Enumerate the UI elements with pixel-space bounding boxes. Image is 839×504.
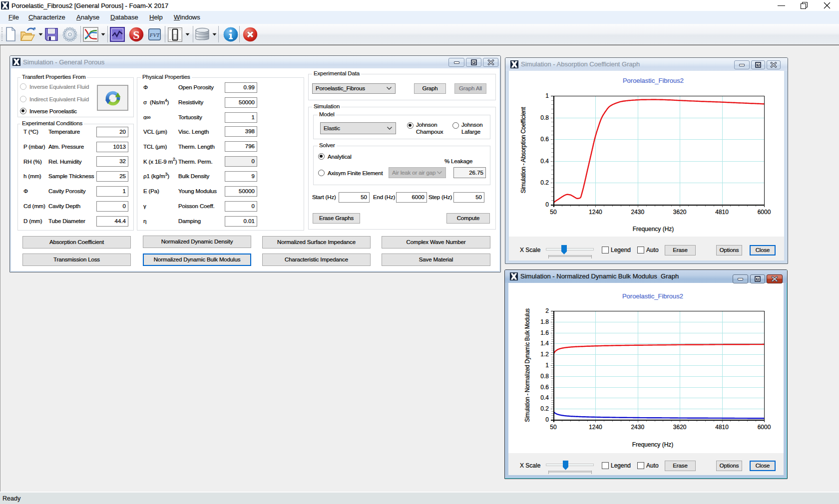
svg-text:S: S: [133, 28, 139, 41]
svg-text:FVT: FVT: [149, 32, 160, 38]
